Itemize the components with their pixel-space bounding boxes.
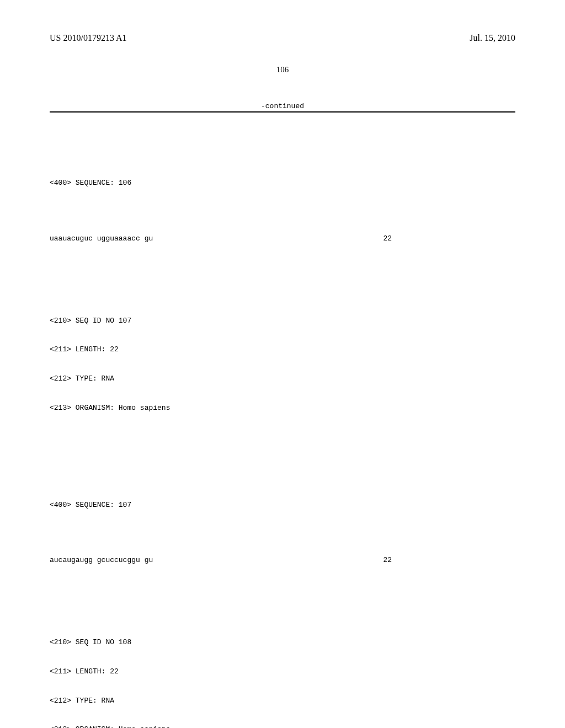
sequence-block: <400> SEQUENCE: 107 aucaugaugg gcuccucgg…	[50, 481, 515, 728]
continued-label: -continued	[50, 102, 515, 110]
sequence-tag: <400> SEQUENCE: 106	[50, 178, 515, 188]
sequence-row: aucaugaugg gcuccucggu gu 22	[50, 555, 392, 565]
seq-meta-213: <213> ORGANISM: Homo sapiens	[50, 725, 515, 728]
page-container: US 2010/0179213 A1 Jul. 15, 2010 106 -co…	[0, 0, 565, 728]
seq-meta-211: <211> LENGTH: 22	[50, 667, 515, 677]
sequence-tag: <400> SEQUENCE: 107	[50, 500, 515, 510]
page-header: US 2010/0179213 A1 Jul. 15, 2010	[50, 33, 515, 43]
seq-meta-212: <212> TYPE: RNA	[50, 696, 515, 706]
seq-meta-212: <212> TYPE: RNA	[50, 374, 515, 384]
divider-top	[50, 111, 515, 113]
sequence-length: 22	[370, 555, 392, 565]
publication-date: Jul. 15, 2010	[470, 33, 515, 43]
sequence-length: 22	[370, 234, 392, 244]
sequence-listing: <400> SEQUENCE: 106 uaauacuguc ugguaaaac…	[50, 120, 515, 728]
sequence-text: uaauacuguc ugguaaaacc gu	[50, 234, 153, 244]
seq-meta-211: <211> LENGTH: 22	[50, 345, 515, 355]
sequence-block: <400> SEQUENCE: 106 uaauacuguc ugguaaaac…	[50, 159, 515, 432]
page-number: 106	[50, 65, 515, 74]
publication-number: US 2010/0179213 A1	[50, 33, 127, 43]
sequence-row: uaauacuguc ugguaaaacc gu 22	[50, 234, 392, 244]
sequence-text: aucaugaugg gcuccucggu gu	[50, 555, 153, 565]
seq-meta-213: <213> ORGANISM: Homo sapiens	[50, 403, 515, 413]
seq-meta-210: <210> SEQ ID NO 107	[50, 316, 515, 326]
seq-meta-210: <210> SEQ ID NO 108	[50, 638, 515, 647]
